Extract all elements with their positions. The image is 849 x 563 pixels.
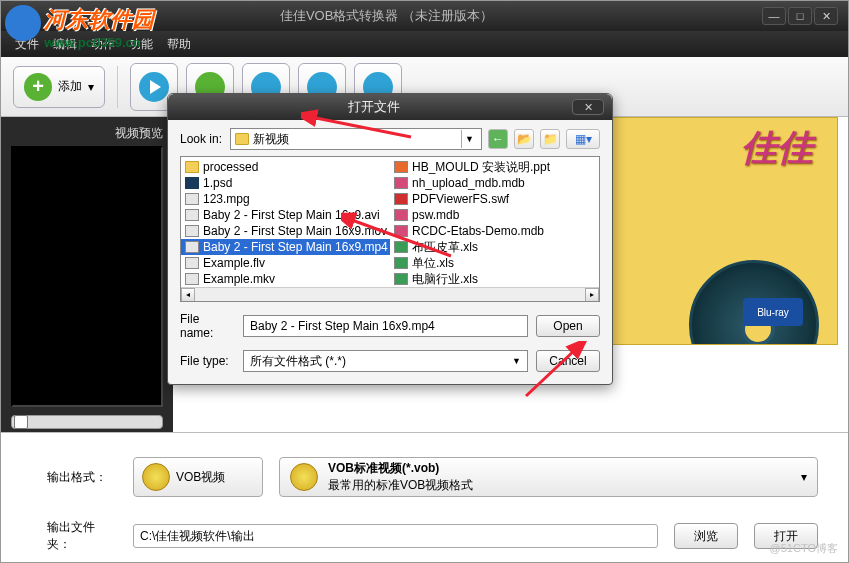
- output-format-label: 输出格式：: [47, 469, 117, 486]
- file-type-icon: [185, 161, 199, 173]
- add-button[interactable]: + 添加 ▾: [13, 66, 105, 108]
- file-name: Example.mkv: [203, 272, 275, 286]
- file-item[interactable]: 布匹皮革.xls: [390, 239, 599, 255]
- output-dir-label: 输出文件夹：: [47, 519, 117, 553]
- menu-file[interactable]: 文件: [15, 36, 39, 53]
- file-name: nh_upload_mdb.mdb: [412, 176, 525, 190]
- lookin-value: 新视频: [253, 131, 289, 148]
- new-folder-icon[interactable]: 📁: [540, 129, 560, 149]
- file-type-icon: [185, 209, 199, 221]
- file-item[interactable]: Baby 2 - First Step Main 16x9.avi: [181, 207, 390, 223]
- file-item[interactable]: HB_MOULD 安装说明.ppt: [390, 159, 599, 175]
- video-preview: [11, 146, 163, 407]
- preview-panel: 视频预览 ▶ ❚❚ ■ ✁ ↺: [1, 117, 173, 469]
- bluray-badge: Blu-ray: [743, 298, 803, 326]
- file-list-col-left: processed1.psd123.mpgBaby 2 - First Step…: [181, 157, 390, 301]
- file-item[interactable]: Baby 2 - First Step Main 16x9.mov: [181, 223, 390, 239]
- preview-label: 视频预览: [11, 125, 163, 142]
- output-format-row: 输出格式： VOB视频 VOB标准视频(*.vob) 最常用的标准VOB视频格式…: [47, 457, 818, 497]
- lookin-combo[interactable]: 新视频 ▼: [230, 128, 482, 150]
- brand-text: 佳佳: [741, 124, 813, 173]
- lookin-label: Look in:: [180, 132, 224, 146]
- file-type-icon: [185, 273, 199, 285]
- file-type-icon: [394, 225, 408, 237]
- toolbar-separator: [117, 66, 118, 108]
- file-name: RCDC-Etabs-Demo.mdb: [412, 224, 544, 238]
- chevron-down-icon: ▾: [801, 470, 807, 484]
- file-type-icon: [185, 257, 199, 269]
- main-titlebar: 佳佳VOB格式转换器 （未注册版本） — □ ✕: [1, 1, 848, 31]
- file-item[interactable]: 1.psd: [181, 175, 390, 191]
- chevron-down-icon: ▾: [88, 80, 94, 94]
- file-type-icon: [185, 225, 199, 237]
- menu-help[interactable]: 帮助: [167, 36, 191, 53]
- file-item[interactable]: Example.mkv: [181, 271, 390, 287]
- seek-bar[interactable]: [11, 415, 163, 429]
- format-picker[interactable]: VOB视频: [133, 457, 263, 497]
- output-dir-row: 输出文件夹： 浏览 打开: [47, 519, 818, 553]
- folder-icon: [235, 133, 249, 145]
- file-item[interactable]: 单位.xls: [390, 255, 599, 271]
- minimize-button[interactable]: —: [762, 7, 786, 25]
- dialog-close-button[interactable]: ✕: [572, 99, 604, 115]
- file-type-icon: [394, 209, 408, 221]
- file-type-icon: [185, 193, 199, 205]
- file-item[interactable]: 123.mpg: [181, 191, 390, 207]
- file-item[interactable]: Baby 2 - First Step Main 16x9.mp4: [181, 239, 390, 255]
- open-button[interactable]: Open: [536, 315, 600, 337]
- file-name: Baby 2 - First Step Main 16x9.avi: [203, 208, 380, 222]
- lookin-row: Look in: 新视频 ▼ ← 📂 📁 ▦▾: [180, 128, 600, 150]
- file-name: Example.flv: [203, 256, 265, 270]
- filename-input[interactable]: [243, 315, 528, 337]
- file-name: Baby 2 - First Step Main 16x9.mp4: [203, 240, 388, 254]
- menubar: 文件 编辑 动作 功能 帮助: [1, 31, 848, 57]
- file-name: 123.mpg: [203, 192, 250, 206]
- filetype-combo[interactable]: 所有文件格式 (*.*) ▼: [243, 350, 528, 372]
- chevron-down-icon[interactable]: ▼: [461, 130, 477, 148]
- file-list-col-right: HB_MOULD 安装说明.pptnh_upload_mdb.mdbPDFVie…: [390, 157, 599, 301]
- browse-button[interactable]: 浏览: [674, 523, 738, 549]
- filename-row: File name: Open: [180, 312, 600, 340]
- hscrollbar[interactable]: ◂ ▸: [181, 287, 599, 301]
- file-type-icon: [185, 241, 199, 253]
- cancel-button[interactable]: Cancel: [536, 350, 600, 372]
- file-item[interactable]: nh_upload_mdb.mdb: [390, 175, 599, 191]
- file-name: HB_MOULD 安装说明.ppt: [412, 159, 550, 176]
- dialog-titlebar[interactable]: 打开文件 ✕: [168, 94, 612, 120]
- seek-knob[interactable]: [14, 415, 28, 429]
- output-dir-input[interactable]: [133, 524, 658, 548]
- close-button[interactable]: ✕: [814, 7, 838, 25]
- chevron-down-icon: ▼: [512, 356, 521, 366]
- menu-edit[interactable]: 编辑: [53, 36, 77, 53]
- output-settings: 输出格式： VOB视频 VOB标准视频(*.vob) 最常用的标准VOB视频格式…: [1, 432, 848, 562]
- file-name: 1.psd: [203, 176, 232, 190]
- scroll-left-icon[interactable]: ◂: [181, 288, 195, 302]
- dialog-title: 打开文件: [176, 98, 572, 116]
- file-name: 单位.xls: [412, 255, 454, 272]
- nav-back-icon[interactable]: ←: [488, 129, 508, 149]
- file-type-icon: [394, 273, 408, 285]
- format-name: VOB视频: [176, 469, 225, 486]
- watermark: @51CTO博客: [770, 541, 838, 556]
- file-list[interactable]: processed1.psd123.mpgBaby 2 - First Step…: [180, 156, 600, 302]
- file-name: Baby 2 - First Step Main 16x9.mov: [203, 224, 387, 238]
- file-item[interactable]: processed: [181, 159, 390, 175]
- file-item[interactable]: Example.flv: [181, 255, 390, 271]
- nav-up-icon[interactable]: 📂: [514, 129, 534, 149]
- filetype-label: File type:: [180, 354, 235, 368]
- format-detail[interactable]: VOB标准视频(*.vob) 最常用的标准VOB视频格式 ▾: [279, 457, 818, 497]
- maximize-button[interactable]: □: [788, 7, 812, 25]
- open-file-dialog: 打开文件 ✕ Look in: 新视频 ▼ ← 📂 📁 ▦▾ processed…: [167, 93, 613, 385]
- file-item[interactable]: 电脑行业.xls: [390, 271, 599, 287]
- file-item[interactable]: RCDC-Etabs-Demo.mdb: [390, 223, 599, 239]
- file-item[interactable]: psw.mdb: [390, 207, 599, 223]
- scroll-right-icon[interactable]: ▸: [585, 288, 599, 302]
- menu-action[interactable]: 动作: [91, 36, 115, 53]
- view-mode-icon[interactable]: ▦▾: [566, 129, 600, 149]
- window-controls: — □ ✕: [762, 7, 838, 25]
- file-item[interactable]: PDFViewerFS.swf: [390, 191, 599, 207]
- file-type-icon: [394, 241, 408, 253]
- menu-feature[interactable]: 功能: [129, 36, 153, 53]
- file-name: psw.mdb: [412, 208, 459, 222]
- file-type-icon: [185, 177, 199, 189]
